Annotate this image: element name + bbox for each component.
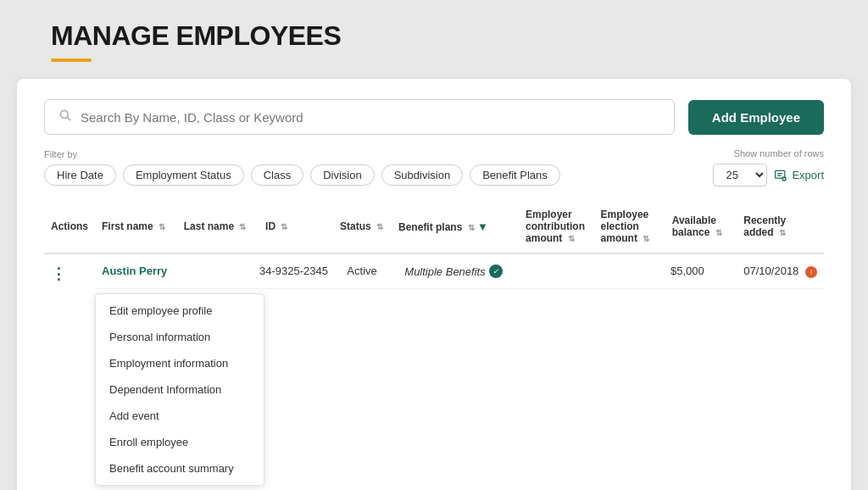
employee-benefits: Multiple Benefits ✓: [398, 254, 525, 288]
th-actions: Actions: [44, 200, 95, 253]
filter-row: Filter by Hire Date Employment Status Cl…: [44, 148, 824, 187]
sort-id-icon: ⇅: [281, 222, 287, 231]
employee-lastname: [175, 254, 253, 289]
warning-icon: !: [805, 266, 817, 278]
dropdown-employment-info[interactable]: Employment information: [96, 350, 264, 376]
sort-employer-icon: ⇅: [568, 234, 575, 243]
dropdown-edit-profile[interactable]: Edit employee profile: [96, 298, 264, 324]
dropdown-content: Edit employee profile Personal informati…: [95, 293, 824, 490]
search-icon: [58, 109, 72, 125]
sort-employee-icon: ⇅: [643, 234, 649, 243]
employee-id: 34-9325-2345: [253, 254, 340, 289]
th-status[interactable]: Status ⇅: [333, 200, 392, 253]
filter-chip-class[interactable]: Class: [251, 164, 304, 186]
filter-chip-hire-date[interactable]: Hire Date: [44, 164, 116, 186]
svg-line-1: [67, 117, 70, 120]
filter-chip-division[interactable]: Division: [310, 164, 375, 186]
th-firstname[interactable]: First name ⇅: [95, 200, 177, 253]
dropdown-dependent-info[interactable]: Dependent Information: [96, 376, 264, 403]
rows-controls: 25 50 100: [713, 164, 824, 187]
rows-select[interactable]: 25 50 100: [713, 164, 767, 187]
filter-chip-benefit-plans[interactable]: Benefit Plans: [470, 164, 560, 186]
export-button[interactable]: Export: [774, 169, 824, 182]
employee-status: Active: [340, 254, 398, 289]
search-box: [44, 99, 675, 135]
filter-left: Filter by Hire Date Employment Status Cl…: [44, 149, 560, 186]
employee-name: Austin Perry: [95, 254, 175, 289]
employee-election: [594, 254, 664, 289]
table-row: ⋮ Austin Perry 34-9325-2345: [44, 253, 824, 293]
export-icon: [774, 169, 787, 182]
sort-firstname-icon: ⇅: [159, 222, 165, 231]
main-card: Add Employee Filter by Hire Date Employm…: [17, 79, 851, 490]
row-actions-button[interactable]: ⋮: [51, 265, 67, 282]
filter-chip-employment-status[interactable]: Employment Status: [123, 164, 244, 186]
add-employee-button[interactable]: Add Employee: [688, 100, 824, 135]
dropdown-enroll-employee[interactable]: Enroll employee: [96, 429, 264, 455]
recently-added: 07/10/2018 !: [737, 254, 824, 289]
search-row: Add Employee: [44, 99, 824, 135]
sort-status-icon: ⇅: [376, 222, 383, 231]
sort-lastname-icon: ⇅: [239, 222, 246, 231]
actions-dropdown: Edit employee profile Personal informati…: [95, 293, 264, 486]
th-id[interactable]: ID ⇅: [259, 200, 333, 253]
table-header-row: Actions First name ⇅ Last name ⇅ ID ⇅: [44, 200, 824, 253]
title-underline: [51, 58, 92, 62]
sort-recently-icon: ⇅: [779, 228, 786, 237]
sort-benefits-icon: ⇅: [468, 223, 475, 232]
benefits-expand-icon[interactable]: ▼: [477, 220, 488, 233]
th-benefits[interactable]: Benefit plans ⇅ ▼: [392, 200, 519, 253]
employee-table: Actions First name ⇅ Last name ⇅ ID ⇅: [44, 200, 824, 490]
filter-chips: Hire Date Employment Status Class Divisi…: [44, 164, 560, 186]
th-recently[interactable]: Recentlyadded ⇅: [737, 200, 824, 253]
dropdown-benefit-summary[interactable]: Benefit account summary: [96, 455, 264, 482]
dropdown-row: Edit employee profile Personal informati…: [44, 293, 824, 490]
filter-right: Show number of rows 25 50 100: [713, 148, 824, 187]
page-title: MANAGE EMPLOYEES: [17, 0, 851, 52]
search-input[interactable]: [81, 110, 660, 125]
employee-name-link[interactable]: Austin Perry: [102, 264, 167, 277]
dropdown-add-event[interactable]: Add event: [96, 403, 264, 429]
rows-label: Show number of rows: [734, 148, 824, 159]
filter-label: Filter by: [44, 149, 560, 159]
available-balance: $5,000: [664, 254, 737, 289]
dropdown-personal-info[interactable]: Personal information: [96, 324, 264, 350]
th-lastname[interactable]: Last name ⇅: [177, 200, 259, 253]
table-row-data: Austin Perry 34-9325-2345 Active Multipl…: [95, 254, 824, 289]
employer-contribution: [525, 254, 594, 289]
filter-chip-subdivision[interactable]: Subdivision: [381, 164, 464, 186]
th-balance[interactable]: Availablebalance ⇅: [665, 200, 737, 253]
th-employer[interactable]: Employercontributionamount ⇅: [519, 200, 594, 253]
sort-balance-icon: ⇅: [715, 228, 722, 237]
th-employee[interactable]: Employeeelectionamount ⇅: [594, 200, 665, 253]
benefit-check-icon: ✓: [489, 264, 503, 278]
dropdown-spacer: [44, 293, 95, 490]
actions-cell: ⋮: [44, 253, 95, 293]
